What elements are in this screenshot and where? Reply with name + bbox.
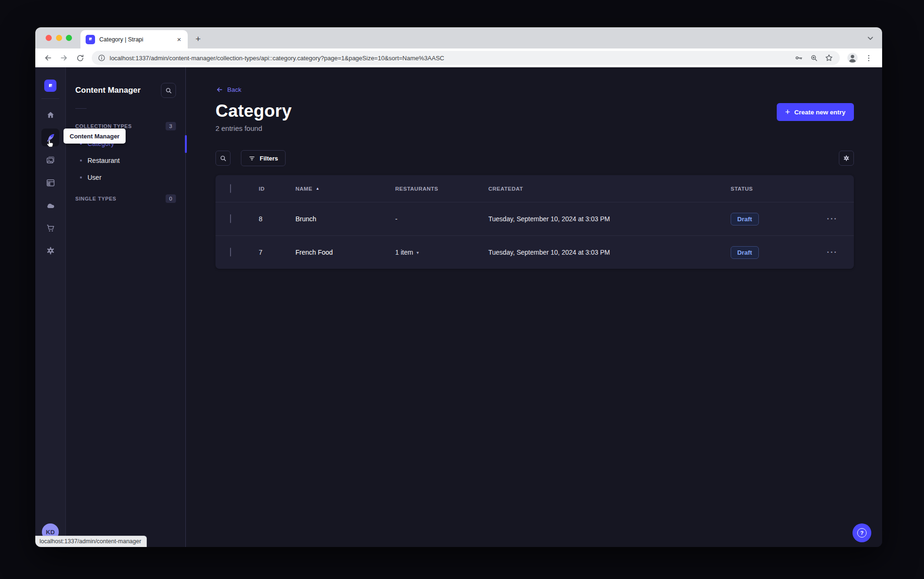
single-types-count-badge: 0 <box>166 194 176 203</box>
cursor-pointer-icon <box>46 139 55 148</box>
chevron-down-icon: ▾ <box>416 250 419 255</box>
zoom-window-button[interactable] <box>66 35 72 41</box>
filter-icon <box>248 155 255 162</box>
search-button[interactable] <box>215 151 231 166</box>
sidebar-item-user[interactable]: User <box>75 169 176 186</box>
table-row[interactable]: 7 French Food 1 item ▾ Tuesday, Septembe… <box>215 235 854 269</box>
status-badge: Draft <box>731 213 759 225</box>
column-header-status: STATUS <box>731 186 811 192</box>
nav-settings-gear-icon[interactable] <box>41 241 59 259</box>
single-types-label: SINGLE TYPES <box>75 196 116 201</box>
cell-id: 7 <box>259 249 295 256</box>
close-tab-icon[interactable]: × <box>175 35 183 44</box>
strapi-favicon-icon <box>86 35 95 44</box>
cell-createdat: Tuesday, September 10, 2024 at 3:03 PM <box>488 249 731 256</box>
bookmark-star-icon[interactable] <box>824 53 834 63</box>
collection-types-count-badge: 3 <box>166 122 176 130</box>
entries-count: 2 entries found <box>215 124 292 132</box>
table-row[interactable]: 8 Brunch - Tuesday, September 10, 2024 a… <box>215 202 854 235</box>
panel-divider <box>75 108 87 109</box>
create-new-entry-button[interactable]: + Create new entry <box>777 103 854 121</box>
column-header-id[interactable]: ID <box>259 186 295 192</box>
bullet-icon <box>80 177 82 178</box>
main-content: Back Category 2 entries found + Create n… <box>186 67 882 547</box>
sort-ascending-icon: ▲ <box>316 186 319 191</box>
bullet-icon <box>80 160 82 161</box>
forward-icon[interactable] <box>58 52 70 64</box>
browser-tab[interactable]: Category | Strapi × <box>80 30 188 48</box>
nav-media-library-icon[interactable] <box>41 151 59 169</box>
new-tab-button[interactable]: + <box>192 33 204 45</box>
row-checkbox[interactable] <box>230 214 231 223</box>
help-button[interactable]: ? <box>852 523 871 542</box>
browser-menu-kebab-icon[interactable] <box>862 52 875 64</box>
question-mark-icon: ? <box>857 528 867 538</box>
panel-scrollbar-thumb[interactable] <box>185 135 187 153</box>
cell-name: Brunch <box>295 215 395 223</box>
status-badge: Draft <box>731 246 759 259</box>
nav-deploy-cloud-icon[interactable] <box>41 196 59 214</box>
cell-restaurants[interactable]: 1 item ▾ <box>395 249 488 256</box>
filters-button[interactable]: Filters <box>241 150 286 166</box>
nav-marketplace-cart-icon[interactable] <box>41 219 59 237</box>
browser-tab-strip: Category | Strapi × + <box>35 27 882 48</box>
entries-table: ID NAME ▲ RESTAURANTS CREATEDAT STATUS 8 <box>215 175 854 269</box>
minimize-window-button[interactable] <box>56 35 62 41</box>
view-settings-gear-button[interactable] <box>839 151 854 166</box>
sidebar-item-restaurant[interactable]: Restaurant <box>75 152 176 169</box>
row-actions-menu[interactable]: ··· <box>811 248 854 257</box>
page-title: Category <box>215 102 292 120</box>
site-info-icon[interactable] <box>97 54 106 62</box>
reload-icon[interactable] <box>74 52 86 64</box>
browser-window: Category | Strapi × + local <box>35 27 882 547</box>
desktop-background: Category | Strapi × + local <box>0 0 924 579</box>
url-text: localhost:1337/admin/content-manager/col… <box>110 55 789 62</box>
column-header-name[interactable]: NAME ▲ <box>295 186 395 192</box>
strapi-logo[interactable] <box>44 80 56 92</box>
cell-restaurants: - <box>395 215 488 223</box>
arrow-left-icon <box>215 86 223 94</box>
panel-title: Content Manager <box>75 86 141 95</box>
nav-content-type-builder-icon[interactable] <box>41 174 59 192</box>
tab-search-chevron-icon[interactable] <box>865 33 876 43</box>
strapi-app: KD Content Manager COLLECTION TYPES 3 <box>35 67 882 547</box>
back-link[interactable]: Back <box>215 86 854 94</box>
column-header-createdat: CREATEDAT <box>488 186 731 192</box>
nav-divider <box>41 98 59 99</box>
cell-id: 8 <box>259 215 295 223</box>
zoom-in-icon[interactable] <box>809 53 819 63</box>
plus-icon: + <box>785 108 790 116</box>
content-manager-tooltip: Content Manager <box>64 129 126 144</box>
column-header-restaurants: RESTAURANTS <box>395 186 488 192</box>
nav-home-icon[interactable] <box>41 106 59 124</box>
tab-title: Category | Strapi <box>99 36 175 43</box>
list-toolbar: Filters <box>215 150 854 166</box>
browser-profile-icon[interactable] <box>846 52 859 64</box>
cell-createdat: Tuesday, September 10, 2024 at 3:03 PM <box>488 215 731 223</box>
table-header-row: ID NAME ▲ RESTAURANTS CREATEDAT STATUS <box>215 175 854 202</box>
password-key-icon[interactable] <box>794 53 804 63</box>
back-icon[interactable] <box>42 52 54 64</box>
panel-search-button[interactable] <box>161 83 176 98</box>
browser-status-bar: localhost:1337/admin/content-manager <box>35 536 147 547</box>
row-checkbox[interactable] <box>230 248 231 257</box>
address-bar[interactable]: localhost:1337/admin/content-manager/col… <box>92 51 840 65</box>
window-controls <box>35 35 72 41</box>
close-window-button[interactable] <box>46 35 52 41</box>
row-actions-menu[interactable]: ··· <box>811 214 854 224</box>
gear-icon <box>843 154 850 162</box>
cell-name: French Food <box>295 249 395 256</box>
browser-toolbar: localhost:1337/admin/content-manager/col… <box>35 48 882 67</box>
select-all-checkbox[interactable] <box>230 184 231 193</box>
